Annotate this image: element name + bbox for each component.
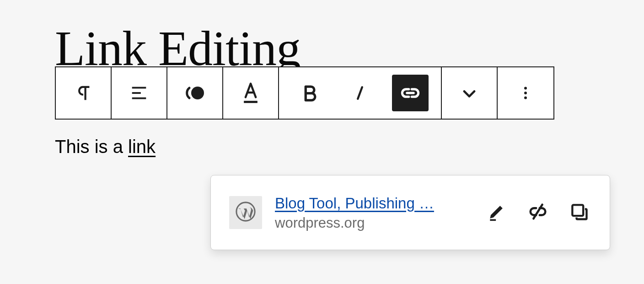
paragraph-icon	[73, 82, 94, 104]
text-color-icon	[240, 81, 261, 105]
wordpress-icon	[235, 201, 256, 224]
svg-point-6	[524, 87, 527, 90]
link-favicon	[229, 196, 262, 229]
link-actions	[484, 200, 591, 225]
more-rich-text-button[interactable]	[451, 75, 488, 111]
svg-point-8	[524, 97, 527, 99]
copy-link-button[interactable]	[567, 200, 591, 225]
text-color-button[interactable]	[232, 75, 269, 111]
paragraph-text: This is a	[55, 137, 128, 157]
svg-line-11	[533, 205, 542, 219]
link-icon	[399, 82, 422, 104]
pencil-icon	[487, 202, 507, 224]
link-title[interactable]: Blog Tool, Publishing …	[275, 194, 434, 213]
block-toolbar	[55, 66, 554, 120]
link-popover: Blog Tool, Publishing … wordpress.org	[210, 175, 610, 250]
block-options-button[interactable]	[507, 75, 544, 111]
unlink-icon	[527, 201, 548, 224]
more-vertical-icon	[517, 83, 534, 103]
svg-point-7	[524, 92, 527, 94]
chevron-down-icon	[459, 83, 479, 103]
copy-icon	[569, 202, 589, 224]
svg-point-3	[191, 87, 204, 99]
drag-handle-icon	[183, 84, 207, 102]
link-text[interactable]: link	[128, 137, 156, 157]
link-info: Blog Tool, Publishing … wordpress.org	[275, 194, 434, 232]
link-button[interactable]	[392, 75, 429, 111]
align-left-icon	[129, 82, 150, 104]
edit-link-button[interactable]	[484, 200, 509, 225]
bold-icon	[300, 83, 319, 103]
italic-button[interactable]	[342, 75, 378, 111]
block-type-paragraph-button[interactable]	[65, 75, 102, 111]
unlink-button[interactable]	[526, 200, 550, 225]
block-mover-button[interactable]	[177, 75, 213, 111]
link-url: wordpress.org	[275, 215, 434, 231]
paragraph-block[interactable]: This is a link	[55, 137, 156, 157]
bold-button[interactable]	[291, 75, 328, 111]
svg-line-5	[358, 87, 362, 98]
svg-rect-12	[572, 205, 583, 216]
italic-icon	[351, 83, 369, 103]
align-button[interactable]	[121, 75, 157, 111]
